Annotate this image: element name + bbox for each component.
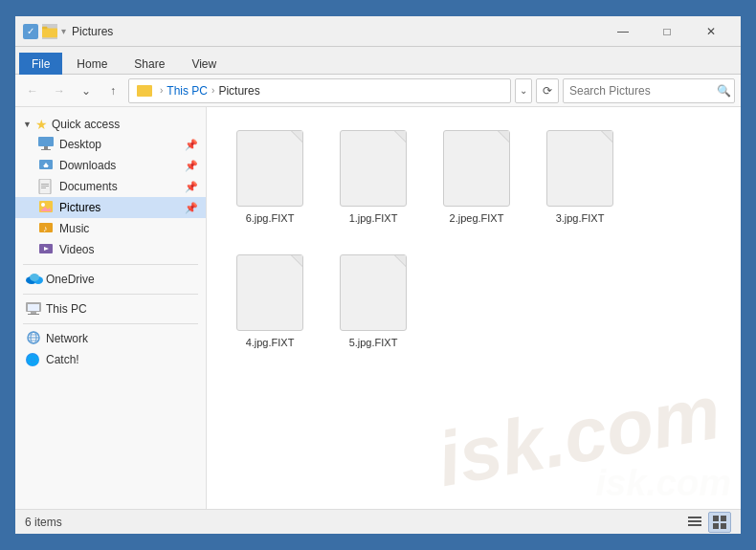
large-icons-view-button[interactable] <box>708 512 731 533</box>
file-item-0[interactable]: 6.jpg.FIXT <box>222 122 318 231</box>
main-content: ▼ ★ Quick access Desktop 📌 <box>15 107 741 509</box>
tab-file[interactable]: File <box>19 53 62 75</box>
file-item-1[interactable]: 1.jpg.FIXT <box>325 122 421 231</box>
item-count: 6 items <box>25 516 62 529</box>
details-view-button[interactable] <box>683 512 706 533</box>
sidebar-sep-3 <box>23 323 198 324</box>
sidebar-item-thispc[interactable]: This PC <box>15 298 206 319</box>
documents-label: Documents <box>59 180 118 193</box>
breadcrumb-dropdown[interactable]: ⌄ <box>515 78 532 103</box>
title-bar-icons: ✓ ▾ <box>23 24 66 39</box>
forward-button[interactable]: → <box>48 79 71 102</box>
svg-rect-10 <box>41 184 49 185</box>
sidebar-item-music[interactable]: ♪ Music <box>15 218 206 239</box>
breadcrumb-folder-icon <box>137 85 152 97</box>
app-icon: ✓ <box>23 24 38 39</box>
svg-rect-34 <box>688 517 701 518</box>
svg-rect-26 <box>28 314 39 315</box>
music-label: Music <box>59 222 89 235</box>
sidebar-sep-1 <box>23 264 198 265</box>
up-arrow-dropdown[interactable]: ⌄ <box>75 79 98 102</box>
sidebar-item-downloads[interactable]: Downloads 📌 <box>15 155 206 176</box>
svg-point-14 <box>41 203 45 207</box>
quick-access-section: ▼ ★ Quick access Desktop 📌 <box>15 115 206 260</box>
svg-rect-39 <box>713 523 719 529</box>
address-bar: ← → ⌄ ↑ › This PC › Pictures ⌄ ⟳ 🔍 <box>15 75 741 107</box>
sidebar-sep-2 <box>23 294 198 295</box>
maximize-button[interactable]: □ <box>645 16 689 47</box>
file-name-5: 5.jpg.FIXT <box>349 337 398 348</box>
file-item-4[interactable]: 4.jpg.FIXT <box>222 247 318 356</box>
pictures-label: Pictures <box>59 201 100 214</box>
sidebar-item-onedrive[interactable]: OneDrive <box>15 269 206 290</box>
sidebar: ▼ ★ Quick access Desktop 📌 <box>15 107 207 509</box>
refresh-button[interactable]: ⟳ <box>536 78 559 103</box>
minimize-button[interactable]: — <box>601 16 645 47</box>
search-input[interactable] <box>569 84 713 98</box>
thispc-icon <box>25 301 40 317</box>
bc-arrow1: › <box>160 85 163 96</box>
svg-rect-5 <box>41 149 51 150</box>
tab-home[interactable]: Home <box>64 53 120 75</box>
desktop-icon <box>38 137 54 152</box>
watermark-2: isk.com <box>595 463 731 504</box>
file-item-3[interactable]: 3.jpg.FIXT <box>532 122 628 231</box>
window-controls: — □ ✕ <box>601 16 733 47</box>
back-button[interactable]: ← <box>21 79 44 102</box>
up-button[interactable]: ↑ <box>101 79 124 102</box>
quick-access-chevron: ▼ <box>23 120 32 129</box>
search-icon[interactable]: 🔍 <box>717 84 731 98</box>
desktop-label: Desktop <box>59 138 101 151</box>
close-button[interactable]: ✕ <box>689 16 733 47</box>
file-name-1: 1.jpg.FIXT <box>349 212 398 224</box>
sidebar-item-desktop[interactable]: Desktop 📌 <box>15 134 206 155</box>
file-thumb-3 <box>546 130 613 207</box>
svg-point-22 <box>30 274 39 281</box>
quick-access-label: Quick access <box>52 118 120 131</box>
file-name-3: 3.jpg.FIXT <box>556 212 605 224</box>
file-item-5[interactable]: 5.jpg.FIXT <box>325 247 421 356</box>
quick-access-star: ★ <box>35 117 48 132</box>
svg-rect-8 <box>44 166 48 167</box>
network-icon <box>25 331 40 346</box>
breadcrumb-thispc[interactable]: This PC <box>167 84 208 98</box>
svg-text:🌐: 🌐 <box>27 354 39 366</box>
network-label: Network <box>46 332 88 345</box>
svg-rect-24 <box>28 304 39 311</box>
documents-pin-icon: 📌 <box>185 181 198 193</box>
svg-rect-38 <box>721 516 726 521</box>
svg-rect-40 <box>721 523 726 529</box>
title-bar-arrow: ▾ <box>61 26 66 36</box>
file-thumb-2 <box>443 130 510 207</box>
onedrive-icon <box>25 272 40 287</box>
ribbon: File Home Share View <box>15 47 741 75</box>
desktop-pin-icon: 📌 <box>185 139 198 151</box>
music-icon: ♪ <box>38 221 54 236</box>
sidebar-item-documents[interactable]: Documents 📌 <box>15 176 206 197</box>
thispc-label: This PC <box>46 302 87 316</box>
sidebar-item-pictures[interactable]: Pictures 📌 <box>15 197 206 218</box>
breadcrumb-bar: › This PC › Pictures <box>128 78 511 103</box>
pictures-icon <box>38 200 54 215</box>
status-bar: 6 items <box>15 509 741 534</box>
tab-view[interactable]: View <box>179 53 229 75</box>
svg-rect-2 <box>42 26 47 29</box>
svg-rect-4 <box>44 146 48 149</box>
file-thumb-1 <box>340 130 407 207</box>
window-title: Pictures <box>72 25 595 38</box>
downloads-label: Downloads <box>59 159 116 172</box>
sidebar-item-catch[interactable]: 🌐 Catch! <box>15 349 206 370</box>
tab-share[interactable]: Share <box>122 53 177 75</box>
file-name-2: 2.jpeg.FIXT <box>450 212 504 224</box>
sidebar-item-network[interactable]: Network <box>15 328 206 349</box>
file-name-0: 6.jpg.FIXT <box>246 212 295 224</box>
sidebar-item-videos[interactable]: Videos <box>15 239 206 260</box>
explorer-window: ✓ ▾ Pictures — □ ✕ File Home Share View … <box>13 14 743 536</box>
quick-access-header[interactable]: ▼ ★ Quick access <box>15 115 206 134</box>
bc-arrow2: › <box>211 85 214 96</box>
onedrive-label: OneDrive <box>46 273 95 286</box>
downloads-icon <box>38 158 54 173</box>
file-item-2[interactable]: 2.jpeg.FIXT <box>429 122 524 231</box>
svg-text:♪: ♪ <box>43 224 48 233</box>
documents-icon <box>38 179 54 194</box>
